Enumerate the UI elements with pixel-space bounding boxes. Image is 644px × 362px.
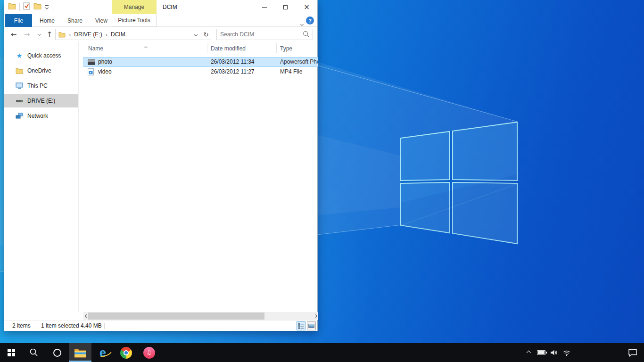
recent-locations-icon[interactable] [33, 27, 45, 41]
column-header-name[interactable]: Name [88, 45, 103, 52]
contextual-tab-group[interactable]: Manage [112, 0, 157, 14]
address-bar: ← → ↑ › DRIVE (E:) › DCIM ↻ Search DCIM [4, 27, 317, 41]
itunes-icon: ♫ [143, 347, 155, 359]
sidebar-item-label: Network [27, 113, 48, 119]
battery-icon[interactable] [537, 348, 545, 357]
back-button[interactable]: ← [8, 27, 19, 41]
network-icon [16, 112, 23, 120]
large-icons-view-button[interactable] [307, 321, 316, 330]
maximize-button[interactable] [275, 0, 296, 14]
details-view-button[interactable] [297, 321, 305, 330]
onedrive-icon [16, 67, 23, 74]
sidebar-item-label: This PC [27, 82, 48, 89]
horizontal-scrollbar[interactable] [83, 312, 318, 320]
ribbon-tabs: File Home Share View Picture Tools ? [4, 14, 317, 27]
help-icon[interactable]: ? [306, 16, 314, 25]
folder-icon[interactable] [8, 3, 16, 11]
sidebar-item-quick-access[interactable]: ★ Quick access [4, 49, 78, 62]
customize-toolbar-icon[interactable] [45, 5, 49, 9]
up-button[interactable]: ↑ [44, 27, 55, 41]
title-bar: Manage DCIM × [4, 0, 317, 14]
action-center-icon [627, 348, 638, 357]
internet-explorer-button[interactable]: e [91, 343, 114, 362]
chrome-button[interactable] [115, 343, 137, 362]
toolbar-separator [19, 3, 20, 11]
tab-home[interactable]: Home [33, 14, 61, 27]
column-headers: Name Date modified Type [83, 41, 318, 55]
sidebar-item-label: Quick access [27, 52, 61, 59]
sidebar-item-drive-e[interactable]: DRIVE (E:) [4, 94, 78, 107]
taskbar-file-explorer-button[interactable] [69, 343, 91, 362]
drive-icon [16, 97, 23, 105]
location-folder-icon [58, 32, 66, 38]
file-name: video [98, 68, 112, 75]
breadcrumb-drive[interactable]: DRIVE (E:) [74, 31, 102, 38]
minimize-button[interactable] [254, 0, 275, 14]
desktop: Manage DCIM × File Home Share View Pictu… [0, 0, 644, 362]
file-row-video[interactable]: video 26/03/2012 11:27 MP4 File [83, 67, 318, 77]
column-header-date-modified[interactable]: Date modified [211, 45, 246, 52]
file-list: Name Date modified Type photo 26/03/2012… [83, 41, 318, 312]
chrome-icon [120, 347, 132, 359]
action-center-button[interactable] [621, 343, 644, 362]
column-header-type[interactable]: Type [280, 45, 292, 52]
status-divider [36, 323, 36, 329]
file-date: 26/03/2012 11:34 [211, 58, 255, 65]
refresh-icon[interactable]: ↻ [201, 29, 211, 40]
search-icon [29, 348, 39, 357]
photo-file-icon [88, 58, 95, 66]
search-icon[interactable] [303, 31, 309, 39]
scrollbar-thumb[interactable] [88, 313, 264, 320]
address-dropdown-icon[interactable] [191, 29, 201, 40]
file-type: MP4 File [280, 68, 318, 75]
file-type: Apowersoft Pho [280, 58, 318, 65]
taskbar-search-button[interactable] [23, 343, 45, 362]
tab-share[interactable]: Share [62, 14, 88, 27]
navigation-pane: ★ Quick access OneDrive This PC [4, 41, 79, 312]
sidebar-item-label: DRIVE (E:) [27, 98, 55, 104]
breadcrumb-separator: › [69, 31, 71, 38]
new-folder-icon[interactable] [33, 3, 41, 11]
item-count: 2 items [12, 322, 31, 329]
quick-access-toolbar [8, 0, 52, 14]
tab-view[interactable]: View [89, 14, 114, 27]
window-controls: × [254, 0, 317, 14]
cortana-icon [53, 349, 61, 357]
close-button[interactable]: × [296, 0, 317, 14]
sort-ascending-icon[interactable] [145, 44, 147, 50]
forward-button[interactable]: → [21, 27, 33, 41]
file-date: 26/03/2012 11:27 [211, 68, 255, 75]
sidebar-item-label: OneDrive [27, 67, 51, 74]
search-placeholder: Search DCIM [220, 31, 303, 38]
file-row-photo[interactable]: photo 26/03/2012 11:34 Apowersoft Pho [83, 57, 318, 67]
cortana-button[interactable] [46, 343, 68, 362]
sidebar-item-network[interactable]: Network [4, 109, 78, 123]
address-box[interactable]: › DRIVE (E:) › DCIM ↻ [55, 29, 211, 40]
sidebar-item-this-pc[interactable]: This PC [4, 79, 78, 92]
expand-ribbon-icon[interactable] [301, 19, 303, 27]
hidden-icons-chevron[interactable] [524, 348, 533, 357]
breadcrumb-dcim[interactable]: DCIM [111, 31, 125, 38]
itunes-button[interactable]: ♫ [138, 343, 160, 362]
taskbar: e ♫ [0, 343, 644, 362]
file-explorer-icon [74, 348, 86, 358]
file-name: photo [98, 58, 112, 65]
column-divider[interactable] [276, 43, 277, 53]
tab-file[interactable]: File [5, 14, 32, 27]
search-input[interactable]: Search DCIM [216, 29, 313, 40]
properties-icon[interactable] [23, 2, 30, 12]
tab-picture-tools[interactable]: Picture Tools [112, 14, 157, 27]
system-tray [524, 343, 571, 362]
sidebar-item-onedrive[interactable]: OneDrive [4, 64, 78, 77]
quick-access-icon: ★ [16, 52, 23, 59]
wifi-icon[interactable] [562, 348, 571, 357]
status-divider [104, 323, 105, 329]
internet-explorer-icon: e [99, 347, 106, 359]
monitor-icon [16, 82, 23, 90]
start-button[interactable] [0, 343, 23, 362]
volume-icon[interactable] [550, 348, 558, 357]
column-divider[interactable] [207, 43, 207, 53]
main-content: ★ Quick access OneDrive This PC [4, 41, 317, 312]
scroll-right-icon[interactable] [313, 312, 318, 320]
toolbar-separator [52, 3, 52, 11]
